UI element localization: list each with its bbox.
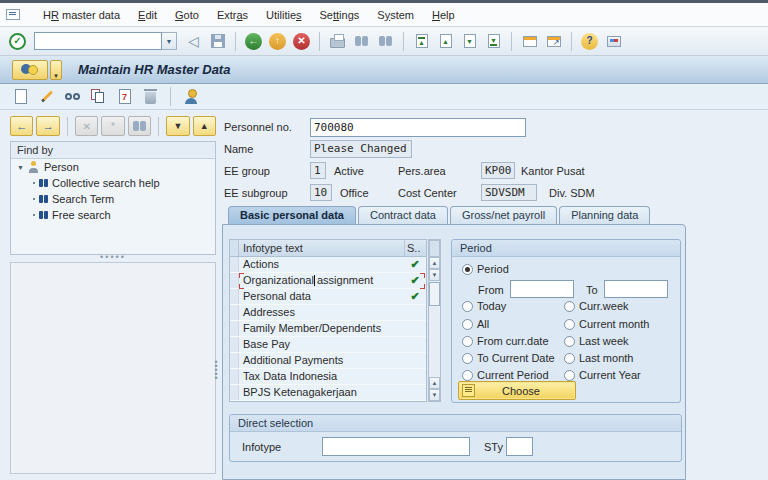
menu-settings[interactable]: Settings — [311, 6, 369, 24]
infotype-row-0[interactable]: Actions✔ — [230, 257, 426, 273]
infotype-row-7[interactable]: Tax Data Indonesia✔ — [230, 369, 426, 385]
display-button[interactable] — [62, 86, 83, 107]
cancel-button[interactable]: ✕ — [291, 31, 312, 52]
menu-extras[interactable]: Extras — [208, 6, 257, 24]
first-page-button[interactable]: ▲ — [411, 31, 432, 52]
exit-button[interactable]: ↑ — [267, 31, 288, 52]
menu-utilities[interactable]: Utilities — [257, 6, 310, 24]
services-for-object-dropdown[interactable]: ▼ — [50, 60, 62, 80]
change-button[interactable] — [36, 86, 57, 107]
from-date-input[interactable] — [510, 280, 574, 298]
back-nav-button[interactable]: ← — [243, 31, 264, 52]
menu-goto[interactable]: Goto — [166, 6, 208, 24]
row-select-cell[interactable] — [230, 273, 239, 288]
table-scrollbar[interactable]: ▲ ▼ ▲ ▼ — [428, 239, 441, 402]
radio-current-month[interactable]: Current month — [564, 318, 649, 330]
screen-menu-icon[interactable] — [6, 9, 20, 20]
radio-current-period[interactable]: Current Period — [462, 369, 549, 381]
choose-button[interactable]: Choose — [458, 381, 576, 400]
to-date-input[interactable] — [604, 280, 668, 298]
radio-today[interactable]: Today — [462, 300, 506, 312]
tree-item-collective-search-help[interactable]: Collective search help — [11, 175, 215, 191]
menu-hr-master-data[interactable]: HR master data — [34, 6, 129, 24]
sty-input[interactable] — [506, 437, 533, 456]
radio-last-month[interactable]: Last month — [564, 352, 633, 364]
help-button[interactable]: ? — [579, 31, 600, 52]
create-button[interactable] — [10, 86, 31, 107]
next-page-button[interactable]: ▼ — [459, 31, 480, 52]
radio-period[interactable]: Period — [462, 263, 509, 275]
infotype-row-2[interactable]: Personal data✔ — [230, 289, 426, 305]
search-disabled-button[interactable] — [128, 116, 151, 136]
radio-from-curr-date[interactable]: From curr.date — [462, 335, 549, 347]
scroll-up-icon[interactable]: ▲ — [429, 257, 440, 269]
print-button[interactable] — [327, 31, 348, 52]
infotype-row-4[interactable]: Family Member/Dependents✔ — [230, 321, 426, 337]
scrollbar-thumb[interactable] — [429, 282, 440, 306]
back-button[interactable]: ◁ — [183, 31, 204, 52]
status-column-header[interactable]: S.. — [404, 240, 426, 256]
row-select-cell[interactable] — [230, 289, 239, 304]
overview-button[interactable] — [180, 86, 201, 107]
row-select-cell[interactable] — [230, 353, 239, 368]
caret-down-icon[interactable]: ▼ — [17, 164, 24, 171]
menu-edit[interactable]: Edit — [129, 6, 166, 24]
command-field[interactable] — [34, 32, 162, 50]
new-session-button[interactable] — [519, 31, 540, 52]
radio-curr-week[interactable]: Curr.week — [564, 300, 629, 312]
clear-selection-button[interactable]: ✕ — [75, 116, 98, 136]
copy-button[interactable] — [88, 86, 109, 107]
previous-page-button[interactable]: ▲ — [435, 31, 456, 52]
command-dropdown-icon[interactable]: ▼ — [162, 32, 177, 50]
infotype-row-1[interactable]: Organizational assignment✔ — [230, 273, 426, 289]
save-button[interactable] — [207, 31, 228, 52]
radio-all[interactable]: All — [462, 318, 489, 330]
radio-current-year[interactable]: Current Year — [564, 369, 641, 381]
radio-to-current-date[interactable]: To Current Date — [462, 352, 555, 364]
menu-help[interactable]: Help — [423, 6, 464, 24]
row-select-cell[interactable] — [230, 321, 239, 336]
find-next-button[interactable] — [375, 31, 396, 52]
personnel-no-input[interactable] — [310, 118, 526, 137]
multiple-selection-button[interactable]: * — [101, 116, 124, 136]
table-config-button[interactable] — [429, 240, 440, 257]
tab-basic-personal-data[interactable]: Basic personal data — [228, 206, 356, 225]
row-select-cell[interactable] — [230, 257, 239, 272]
row-select-cell[interactable] — [230, 337, 239, 352]
tree-item-search-term[interactable]: Search Term — [11, 191, 215, 207]
next-record-button[interactable]: → — [36, 116, 59, 136]
scroll-down-icon[interactable]: ▼ — [429, 389, 440, 401]
infotype-row-8[interactable]: BPJS Ketenagakerjaan✔ — [230, 385, 426, 401]
last-page-button[interactable]: ▼ — [483, 31, 504, 52]
row-select-cell[interactable] — [230, 305, 239, 320]
tab-gross-net-payroll[interactable]: Gross/net payroll — [450, 206, 557, 225]
delete-button[interactable] — [140, 86, 161, 107]
radio-last-week[interactable]: Last week — [564, 335, 629, 347]
customize-layout-button[interactable] — [603, 31, 624, 52]
menu-system[interactable]: System — [368, 6, 423, 24]
filter-up-button[interactable]: ▲ — [193, 116, 216, 136]
infotype-row-3[interactable]: Addresses✔ — [230, 305, 426, 321]
tab-planning-data[interactable]: Planning data — [559, 206, 650, 225]
previous-record-button[interactable]: ← — [10, 116, 33, 136]
infotype-input[interactable] — [322, 437, 470, 456]
services-for-object-button[interactable] — [12, 60, 48, 80]
select-all-cell[interactable] — [230, 240, 239, 256]
scroll-up-icon[interactable]: ▲ — [429, 377, 440, 389]
scroll-down-icon[interactable]: ▼ — [429, 269, 440, 281]
enter-button[interactable]: ✓ — [7, 31, 28, 52]
infotype-row-5[interactable]: Base Pay✔ — [230, 337, 426, 353]
horizontal-splitter[interactable]: ••••• — [60, 256, 166, 260]
vertical-splitter[interactable]: ••••• — [214, 360, 218, 380]
filter-down-button[interactable]: ▼ — [166, 116, 189, 136]
tree-node-person[interactable]: ▼ Person — [11, 159, 215, 175]
infotype-row-6[interactable]: Additional Payments✔ — [230, 353, 426, 369]
tree-item-free-search[interactable]: Free search — [11, 207, 215, 223]
row-select-cell[interactable] — [230, 385, 239, 400]
row-select-cell[interactable] — [230, 369, 239, 384]
create-shortcut-button[interactable] — [543, 31, 564, 52]
tab-contract-data[interactable]: Contract data — [358, 206, 448, 225]
find-button[interactable] — [351, 31, 372, 52]
infotype-text-column-header[interactable]: Infotype text — [239, 240, 404, 256]
delimit-button[interactable]: 7 — [114, 86, 135, 107]
